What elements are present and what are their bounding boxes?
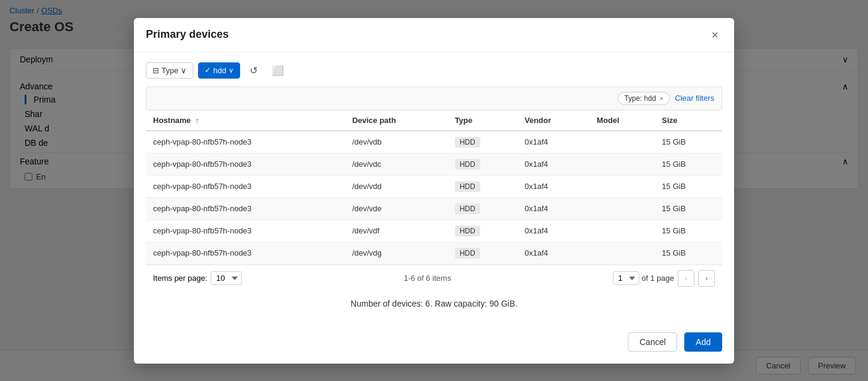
pagination-bar: Items per page: 10 25 50 100 1-6 of 6 it… <box>146 265 722 292</box>
hdd-filter-value: hdd <box>213 66 226 75</box>
refresh-icon: ↺ <box>250 65 258 76</box>
type-cell: HDD <box>448 197 517 220</box>
type-badge: HDD <box>455 248 480 259</box>
model-cell <box>589 153 655 175</box>
items-per-page-label: Items per page: <box>153 274 207 283</box>
calendar-icon: ⬜ <box>272 65 284 76</box>
modal-add-button[interactable]: Add <box>684 332 722 352</box>
type-hdd-chip: Type: hdd × <box>618 92 670 105</box>
modal-toolbar: ⊟ Type ∨ ✓ hdd ∨ ↺ ⬜ <box>146 62 722 79</box>
hostname-cell: ceph-vpap-80-nfb57h-node3 <box>146 131 345 154</box>
model-cell <box>589 242 655 264</box>
chip-close-button[interactable]: × <box>660 95 663 102</box>
model-cell <box>589 175 655 197</box>
modal-header: Primary devices × <box>134 18 734 52</box>
type-cell: HDD <box>448 242 517 264</box>
device-path-cell: /dev/vdg <box>345 242 448 264</box>
items-per-page-control: Items per page: 10 25 50 100 <box>153 271 242 285</box>
vendor-column-header: Vendor <box>517 110 589 131</box>
next-page-button[interactable]: › <box>698 270 715 287</box>
calendar-button[interactable]: ⬜ <box>267 62 289 79</box>
primary-devices-modal: Primary devices × ⊟ Type ∨ ✓ hdd ∨ ↺ ⬜ <box>134 18 734 364</box>
vendor-cell: 0x1af4 <box>517 131 589 154</box>
size-cell: 15 GiB <box>655 197 722 220</box>
hostname-column-header[interactable]: Hostname ↑ <box>146 110 345 131</box>
chip-label: Type: hdd <box>624 94 656 103</box>
summary-text: Number of devices: 6. Raw capacity: 90 G… <box>146 292 722 311</box>
prev-icon: ‹ <box>685 274 687 283</box>
vendor-cell: 0x1af4 <box>517 220 589 242</box>
modal-close-button[interactable]: × <box>708 28 722 42</box>
size-column-header: Size <box>655 110 722 131</box>
hostname-cell: ceph-vpap-80-nfb57h-node3 <box>146 220 345 242</box>
model-column-header: Model <box>589 110 655 131</box>
page-navigation: 1 of 1 page ‹ › <box>613 270 715 287</box>
hostname-cell: ceph-vpap-80-nfb57h-node3 <box>146 197 345 220</box>
clear-filters-button[interactable]: Clear filters <box>675 94 714 103</box>
filter-icon: ⊟ <box>152 66 159 75</box>
type-cell: HDD <box>448 175 517 197</box>
modal-title: Primary devices <box>146 28 229 41</box>
refresh-button[interactable]: ↺ <box>245 62 262 79</box>
type-filter-chevron-down-icon: ∨ <box>181 66 187 75</box>
vendor-cell: 0x1af4 <box>517 242 589 264</box>
device-path-cell: /dev/vde <box>345 197 448 220</box>
prev-page-button[interactable]: ‹ <box>678 270 695 287</box>
size-cell: 15 GiB <box>655 175 722 197</box>
table-row[interactable]: ceph-vpap-80-nfb57h-node3/dev/vdfHDD0x1a… <box>146 220 722 242</box>
type-cell: HDD <box>448 153 517 175</box>
hdd-filter-dropdown[interactable]: ✓ hdd ∨ <box>198 62 240 79</box>
size-cell: 15 GiB <box>655 131 722 154</box>
model-cell <box>589 220 655 242</box>
model-cell <box>589 131 655 154</box>
model-cell <box>589 197 655 220</box>
vendor-cell: 0x1af4 <box>517 197 589 220</box>
page-input-wrap: 1 of 1 page <box>613 271 674 285</box>
type-badge: HDD <box>455 226 480 236</box>
per-page-select[interactable]: 10 25 50 100 <box>211 271 242 285</box>
type-cell: HDD <box>448 131 517 154</box>
vendor-cell: 0x1af4 <box>517 175 589 197</box>
hostname-label: Hostname <box>153 116 191 125</box>
table-header: Hostname ↑ Device path Type Vendor Model… <box>146 110 722 131</box>
modal-body: ⊟ Type ∨ ✓ hdd ∨ ↺ ⬜ Type: hdd × Clear f… <box>134 52 734 323</box>
items-range-text: 1-6 of 6 items <box>242 274 612 283</box>
table-row[interactable]: ceph-vpap-80-nfb57h-node3/dev/vdcHDD0x1a… <box>146 153 722 175</box>
vendor-cell: 0x1af4 <box>517 153 589 175</box>
hostname-cell: ceph-vpap-80-nfb57h-node3 <box>146 242 345 264</box>
size-cell: 15 GiB <box>655 242 722 264</box>
page-number-select[interactable]: 1 <box>613 271 639 285</box>
type-badge: HDD <box>455 203 480 214</box>
size-cell: 15 GiB <box>655 153 722 175</box>
sort-up-icon: ↑ <box>195 116 199 125</box>
type-badge: HDD <box>455 159 480 170</box>
device-path-column-header: Device path <box>345 110 448 131</box>
device-path-cell: /dev/vdb <box>345 131 448 154</box>
modal-cancel-button[interactable]: Cancel <box>628 332 677 352</box>
hostname-cell: ceph-vpap-80-nfb57h-node3 <box>146 153 345 175</box>
hdd-dropdown-chevron-down-icon: ∨ <box>229 67 234 74</box>
type-cell: HDD <box>448 220 517 242</box>
type-badge: HDD <box>455 137 480 148</box>
device-path-cell: /dev/vdc <box>345 153 448 175</box>
type-filter-label: Type <box>161 66 178 75</box>
devices-table: Hostname ↑ Device path Type Vendor Model… <box>146 110 722 265</box>
filter-chips-area: Type: hdd × Clear filters <box>146 86 722 110</box>
table-row[interactable]: ceph-vpap-80-nfb57h-node3/dev/vdgHDD0x1a… <box>146 242 722 264</box>
table-row[interactable]: ceph-vpap-80-nfb57h-node3/dev/vdbHDD0x1a… <box>146 131 722 154</box>
modal-footer: Cancel Add <box>134 323 734 364</box>
hostname-cell: ceph-vpap-80-nfb57h-node3 <box>146 175 345 197</box>
of-page-text: of 1 page <box>642 274 674 283</box>
size-cell: 15 GiB <box>655 220 722 242</box>
type-badge: HDD <box>455 181 480 192</box>
type-filter-button[interactable]: ⊟ Type ∨ <box>146 62 193 79</box>
type-column-header: Type <box>448 110 517 131</box>
device-path-cell: /dev/vdd <box>345 175 448 197</box>
check-icon: ✓ <box>205 66 211 74</box>
table-row[interactable]: ceph-vpap-80-nfb57h-node3/dev/vddHDD0x1a… <box>146 175 722 197</box>
device-path-cell: /dev/vdf <box>345 220 448 242</box>
next-icon: › <box>705 274 708 283</box>
table-body: ceph-vpap-80-nfb57h-node3/dev/vdbHDD0x1a… <box>146 131 722 265</box>
table-row[interactable]: ceph-vpap-80-nfb57h-node3/dev/vdeHDD0x1a… <box>146 197 722 220</box>
